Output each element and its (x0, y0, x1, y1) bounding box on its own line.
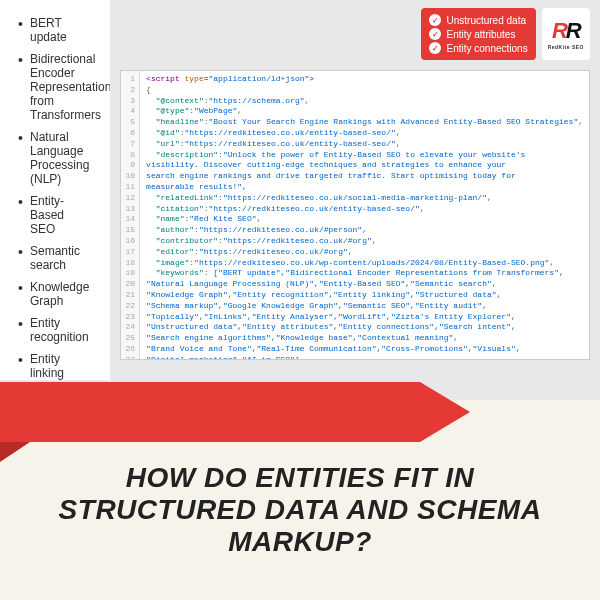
list-item: Semantic search (18, 240, 92, 276)
badge-group: ✓ Unstructured data ✓ Entity attributes … (421, 8, 535, 60)
badge-label: Unstructured data (446, 15, 526, 26)
list-item: Entity recognition (18, 312, 92, 348)
check-icon: ✓ (429, 42, 441, 54)
top-section: BERT updateBidirectional Encoder Represe… (0, 0, 600, 380)
list-item: Entity-Based SEO (18, 190, 92, 240)
check-icon: ✓ (429, 14, 441, 26)
list-item: Bidirectional Encoder Representations fr… (18, 48, 92, 126)
code-gutter: 1234567891011121314151617181920212223242… (121, 71, 140, 359)
list-item: Natural Language Processing (NLP) (18, 126, 92, 190)
code-content: <script type="application/ld+json"> { "@… (140, 71, 589, 359)
badge-entity-attributes: ✓ Entity attributes (429, 27, 527, 41)
arrow-banner (0, 372, 600, 452)
list-item: Knowledge Graph (18, 276, 92, 312)
badge-unstructured-data: ✓ Unstructured data (429, 13, 527, 27)
logo-text: RedKite SEO (548, 44, 584, 50)
json-ld-code-block: 1234567891011121314151617181920212223242… (120, 70, 590, 360)
svg-marker-0 (0, 382, 470, 442)
keyword-list-panel: BERT updateBidirectional Encoder Represe… (0, 0, 110, 380)
badge-label: Entity connections (446, 43, 527, 54)
keyword-list: BERT updateBidirectional Encoder Represe… (18, 12, 92, 380)
badge-label: Entity attributes (446, 29, 515, 40)
page-headline: HOW DO ENTITIES FIT IN STRUCTURED DATA A… (40, 462, 560, 559)
right-panel: ✓ Unstructured data ✓ Entity attributes … (110, 0, 600, 380)
redkite-logo: RR RedKite SEO (542, 8, 590, 60)
list-item: BERT update (18, 12, 92, 48)
badge-entity-connections: ✓ Entity connections (429, 41, 527, 55)
logo-icon: RR (552, 18, 580, 44)
badges-row: ✓ Unstructured data ✓ Entity attributes … (120, 8, 590, 60)
svg-marker-1 (0, 442, 30, 462)
check-icon: ✓ (429, 28, 441, 40)
